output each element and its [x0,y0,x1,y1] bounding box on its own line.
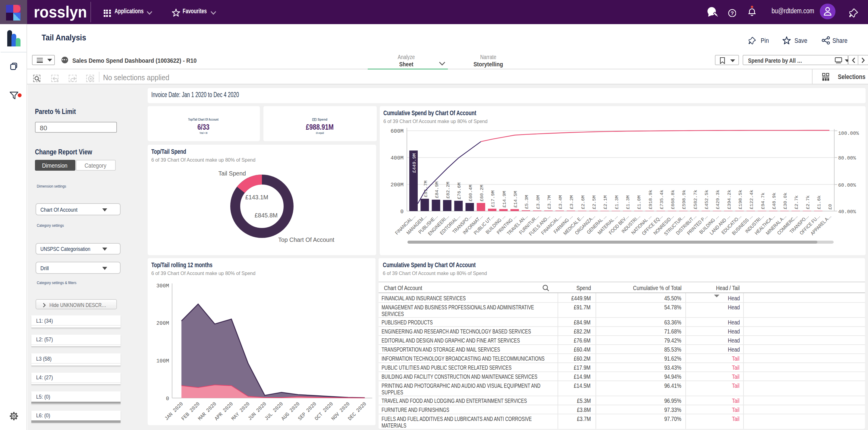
svg-text:£598.9k: £598.9k [681,190,687,209]
svg-text:£3.2M: £3.2M [569,195,574,209]
svg-text:200M: 200M [156,320,169,326]
svg-text:£1.3M: £1.3M [625,195,630,209]
svg-text:£449.9M: £449.9M [411,153,417,173]
svg-text:£2.7k: £2.7k [794,195,799,209]
svg-text:£3.7M: £3.7M [547,195,552,209]
svg-text:0: 0 [400,209,403,215]
svg-text:80.00%: 80.00% [838,155,856,161]
svg-text:£14.5M: £14.5M [513,191,518,207]
svg-text:£1.3M: £1.3M [614,195,619,209]
svg-text:Tail Spend: Tail Spend [218,170,246,177]
svg-text:£2.1M: £2.1M [602,195,608,209]
svg-text:£143.1M: £143.1M [245,194,268,201]
svg-text:£60.4M: £60.4M [468,185,473,201]
svg-text:£1.0M: £1.0M [636,195,642,209]
svg-text:£918.9k: £918.9k [648,190,653,209]
svg-text:£582.7k: £582.7k [692,190,698,209]
svg-text:£94.7k: £94.7k [760,193,766,209]
svg-text:£17.9M: £17.9M [490,191,495,207]
svg-text:£2.5M: £2.5M [591,195,597,209]
svg-text:300M: 300M [156,283,169,289]
svg-text:£3.8M: £3.8M [535,195,541,209]
svg-text:£91.7M: £91.7M [423,181,428,197]
svg-text:100.00%: 100.00% [838,131,859,136]
svg-text:£14.9M: £14.9M [501,191,507,207]
svg-text:£84.9M: £84.9M [434,181,439,198]
svg-text:£735.4k: £735.4k [659,190,664,209]
svg-text:?: ? [730,10,734,16]
svg-text:£2.6M: £2.6M [580,195,586,209]
svg-text:40.00%: 40.00% [838,209,856,215]
svg-text:£0: £0 [827,204,833,209]
svg-text:100M: 100M [156,358,169,364]
svg-text:£60.2M: £60.2M [479,185,484,201]
svg-text:£82.2M: £82.2M [445,182,451,198]
svg-text:0: 0 [165,396,169,402]
svg-text:£30.0k: £30.0k [782,193,788,209]
svg-text:£48.9k: £48.9k [771,193,777,209]
svg-text:£76.6M: £76.6M [456,182,462,199]
svg-text:Top Chart Of Account: Top Chart Of Account [278,236,334,243]
svg-text:£845.8M: £845.8M [254,212,277,219]
svg-text:£429.3k: £429.3k [715,190,720,209]
svg-text:£5.3M: £5.3M [524,195,529,209]
svg-text:£668.8k: £668.8k [670,190,675,209]
svg-text:£394.2k: £394.2k [726,190,732,209]
svg-text:600M: 600M [390,128,403,134]
svg-text:£452.5k: £452.5k [704,190,709,209]
svg-text:£198.5k: £198.5k [738,190,743,209]
svg-text:£2.7k: £2.7k [805,195,810,209]
svg-text:£1.6k: £1.6k [816,195,822,209]
svg-text:400M: 400M [390,155,403,161]
svg-text:200M: 200M [390,182,403,188]
svg-text:£122.4k: £122.4k [749,190,754,209]
svg-text:60.00%: 60.00% [838,182,856,188]
svg-text:£3.4M: £3.4M [558,195,563,209]
